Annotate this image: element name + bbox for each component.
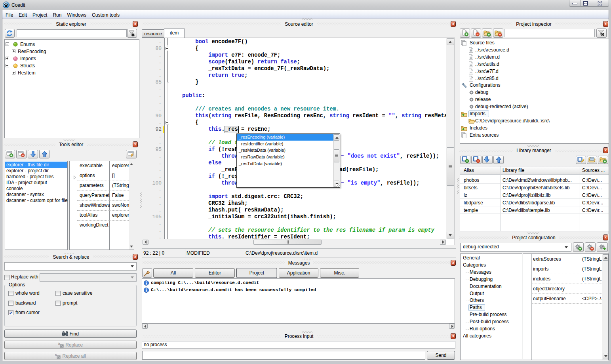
svg-text:b: b — [58, 342, 60, 346]
svg-text:b: b — [55, 353, 57, 357]
